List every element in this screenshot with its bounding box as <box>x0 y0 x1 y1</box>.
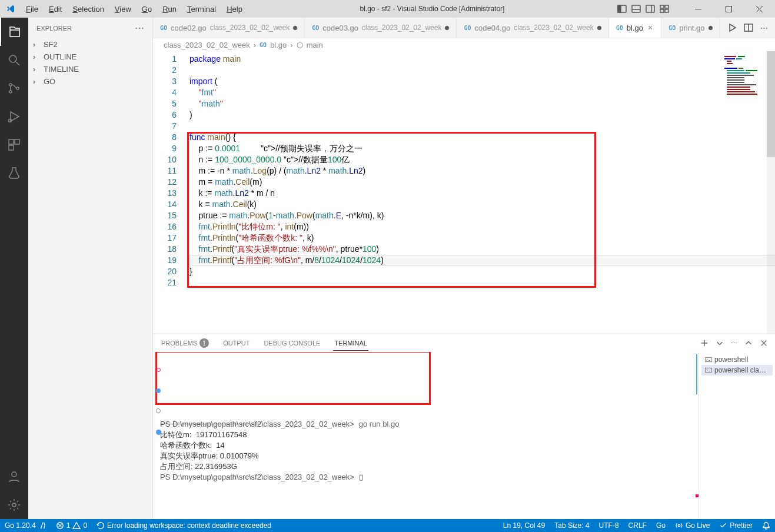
svg-rect-37 <box>727 72 750 74</box>
menu-file[interactable]: File <box>21 2 43 16</box>
layout-custom-icon[interactable] <box>660 4 669 14</box>
svg-point-23 <box>12 472 16 477</box>
status-prettier[interactable]: Prettier <box>714 519 757 532</box>
run-icon[interactable] <box>727 23 737 32</box>
status-golive[interactable]: Go Live <box>670 519 714 532</box>
minimize-button[interactable] <box>684 0 711 18</box>
dirty-dot-icon <box>597 26 601 30</box>
terminal-list-item[interactable]: powershell <box>701 354 773 365</box>
svg-rect-30 <box>736 58 742 59</box>
more-icon[interactable]: ⋯ <box>731 340 737 347</box>
close-panel-icon[interactable] <box>760 339 768 347</box>
panel-tab-terminal[interactable]: TERMINAL <box>333 336 368 351</box>
status-lang[interactable]: Go <box>651 519 670 532</box>
sidebar-item-timeline[interactable]: ›TIMELINE <box>28 63 152 75</box>
layout-panel-icon[interactable] <box>631 4 641 14</box>
dirty-dot-icon <box>709 26 713 30</box>
terminal[interactable]: PS D:\mysetup\gopath\src\sf2\class_2023_… <box>153 352 693 519</box>
tab-code04[interactable]: GOcode04.goclass_2023_02_02_week <box>457 18 608 38</box>
terminal-list: powershell powershell cla… <box>699 352 775 519</box>
editor-area: GOcode02.goclass_2023_02_02_week GOcode0… <box>153 18 775 519</box>
svg-rect-8 <box>660 9 664 12</box>
activity-search[interactable] <box>0 46 28 74</box>
menu-selection[interactable]: Selection <box>68 2 108 16</box>
activity-bar <box>0 18 28 519</box>
status-cursor-pos[interactable]: Ln 19, Col 49 <box>498 519 550 532</box>
activity-explorer[interactable] <box>0 18 28 46</box>
split-icon[interactable] <box>744 23 753 32</box>
terminal-output: 真实失误率ptrue: 0.010079% <box>160 451 259 460</box>
sidebar-item-outline[interactable]: ›OUTLINE <box>28 51 152 63</box>
svg-point-56 <box>678 524 680 527</box>
chevron-up-icon[interactable] <box>744 339 753 347</box>
more-icon[interactable]: ⋯ <box>760 24 768 32</box>
menu-edit[interactable]: Edit <box>44 2 66 16</box>
svg-line-15 <box>16 62 19 65</box>
svg-rect-52 <box>706 368 712 373</box>
code-lines[interactable]: package main import ( "fmt" "math" ) fun… <box>189 54 384 277</box>
tab-code02[interactable]: GOcode02.goclass_2023_02_02_week <box>153 18 305 38</box>
tab-code03[interactable]: GOcode03.goclass_2023_02_02_week <box>305 18 457 38</box>
maximize-button[interactable] <box>715 0 742 18</box>
minimap[interactable] <box>723 55 766 119</box>
go-icon: GO <box>464 25 471 31</box>
activity-extensions[interactable] <box>0 131 28 159</box>
activity-account[interactable] <box>0 463 28 491</box>
status-go-version[interactable]: Go 1.20.4 <box>0 519 51 532</box>
code-area[interactable]: 123456789101112131415161718192021 packag… <box>153 51 775 334</box>
gutter-icon <box>156 408 161 413</box>
activity-run[interactable] <box>0 102 28 131</box>
dirty-dot-icon <box>445 26 449 30</box>
menu-terminal[interactable]: Terminal <box>182 2 221 16</box>
new-terminal-icon[interactable] <box>700 339 709 347</box>
tab-print[interactable]: GOprint.go <box>661 18 720 38</box>
sidebar-item-go[interactable]: ›GO <box>28 75 152 88</box>
menu-bar: File Edit Selection View Go Run Terminal… <box>21 2 247 16</box>
svg-rect-9 <box>665 9 668 12</box>
activity-scm[interactable] <box>0 74 28 102</box>
gutter-error-icon <box>157 368 161 372</box>
terminal-output: 哈希函数个数k: 14 <box>160 441 225 450</box>
go-icon: GO <box>616 25 623 31</box>
svg-rect-7 <box>665 5 668 8</box>
svg-rect-21 <box>15 139 19 144</box>
status-error-msg[interactable]: Error loading workspace: context deadlin… <box>92 519 276 532</box>
status-notifications[interactable] <box>757 519 775 532</box>
sidebar: EXPLORER ⋯ ›SF2 ›OUTLINE ›TIMELINE ›GO <box>28 18 153 519</box>
status-problems[interactable]: 1 0 <box>51 519 92 532</box>
go-icon: GO <box>260 42 267 48</box>
activity-testing[interactable] <box>0 159 28 187</box>
svg-rect-35 <box>727 70 744 71</box>
svg-rect-33 <box>724 68 737 69</box>
menu-view[interactable]: View <box>110 2 136 16</box>
menu-run[interactable]: Run <box>158 2 181 16</box>
editor-scrollbar[interactable] <box>767 51 775 334</box>
layout-sidebar-right-icon[interactable] <box>646 4 655 14</box>
svg-rect-42 <box>727 84 756 85</box>
svg-rect-27 <box>724 56 736 57</box>
status-bar: Go 1.20.4 1 0 Error loading workspace: c… <box>0 519 775 532</box>
layout-icons <box>617 4 669 14</box>
sidebar-item-sf2[interactable]: ›SF2 <box>28 38 152 51</box>
svg-rect-31 <box>727 61 731 62</box>
status-encoding[interactable]: UTF-8 <box>594 519 624 532</box>
panel-tab-problems[interactable]: PROBLEMS1 <box>160 335 210 351</box>
close-icon[interactable]: × <box>647 23 654 32</box>
tab-bl[interactable]: GObl.go× <box>609 18 661 38</box>
svg-rect-6 <box>660 5 664 8</box>
status-eol[interactable]: CRLF <box>624 519 651 532</box>
gutter-info-icon <box>156 388 161 393</box>
sidebar-more-icon[interactable]: ⋯ <box>135 22 144 34</box>
panel: PROBLEMS1 OUTPUT DEBUG CONSOLE TERMINAL … <box>153 334 775 519</box>
menu-help[interactable]: Help <box>222 2 247 16</box>
layout-sidebar-left-icon[interactable] <box>617 4 627 14</box>
panel-tab-output[interactable]: OUTPUT <box>222 336 251 350</box>
terminal-list-item[interactable]: powershell cla… <box>701 365 773 375</box>
menu-go[interactable]: Go <box>137 2 157 16</box>
activity-settings[interactable] <box>0 491 28 519</box>
panel-tab-debug[interactable]: DEBUG CONSOLE <box>262 336 321 350</box>
status-indent[interactable]: Tab Size: 4 <box>550 519 594 532</box>
breadcrumb[interactable]: class_2023_02_02_week› GObl.go› ⬡main <box>153 38 775 51</box>
chevron-down-icon[interactable] <box>716 339 724 347</box>
close-button[interactable] <box>746 0 773 18</box>
